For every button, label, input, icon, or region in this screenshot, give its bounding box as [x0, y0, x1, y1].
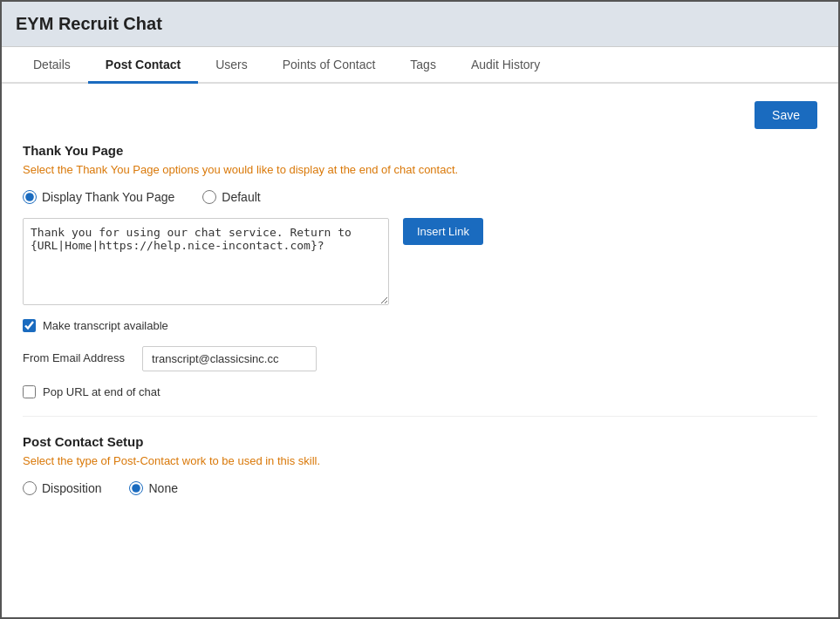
desc-link: Thank You Page — [76, 163, 159, 176]
save-row: Save — [23, 101, 817, 129]
desc-suffix: options you would like to display at the… — [160, 163, 459, 176]
thank-you-page-section: Thank You Page Select the Thank You Page… — [23, 143, 817, 398]
post-contact-title: Post Contact Setup — [23, 434, 817, 449]
make-transcript-row: Make transcript available — [23, 319, 817, 332]
radio-default-label[interactable]: Default — [202, 190, 260, 204]
thank-you-textarea[interactable] — [23, 218, 389, 305]
radio-display-text: Display Thank You Page — [42, 190, 174, 204]
tab-tags[interactable]: Tags — [393, 47, 454, 82]
radio-disposition-label[interactable]: Disposition — [23, 481, 101, 495]
tab-post-contact[interactable]: Post Contact — [88, 47, 198, 82]
from-email-label: From Email Address — [23, 350, 125, 366]
radio-default-text: Default — [222, 190, 260, 204]
app-window: EYM Recruit Chat Details Post Contact Us… — [0, 0, 840, 619]
radio-none-input[interactable] — [129, 481, 143, 495]
desc-prefix: Select the — [23, 163, 76, 176]
tab-details[interactable]: Details — [16, 47, 88, 82]
nav-tabs: Details Post Contact Users Points of Con… — [2, 47, 838, 84]
post-desc-suffix: work to be used in this skill. — [179, 454, 320, 467]
post-contact-setup-section: Post Contact Setup Select the type of Po… — [23, 434, 817, 495]
textarea-row: Insert Link — [23, 218, 817, 305]
make-transcript-checkbox[interactable] — [23, 319, 36, 332]
thank-you-page-title: Thank You Page — [23, 143, 817, 158]
tab-audit-history[interactable]: Audit History — [454, 47, 557, 82]
make-transcript-label: Make transcript available — [43, 319, 168, 332]
pop-url-row: Pop URL at end of chat — [23, 385, 817, 398]
thank-you-page-desc: Select the Thank You Page options you wo… — [23, 163, 817, 176]
from-email-row: From Email Address — [23, 346, 817, 371]
from-email-input[interactable] — [142, 346, 317, 371]
radio-none-label[interactable]: None — [129, 481, 177, 495]
radio-disposition-text: Disposition — [42, 481, 101, 495]
post-contact-radio-group: Disposition None — [23, 481, 817, 495]
thank-you-radio-group: Display Thank You Page Default — [23, 190, 817, 204]
content-area: Save Thank You Page Select the Thank You… — [2, 84, 838, 617]
radio-default-input[interactable] — [202, 190, 216, 204]
tab-users[interactable]: Users — [198, 47, 265, 82]
post-contact-desc: Select the type of Post-Contact work to … — [23, 454, 817, 467]
title-bar: EYM Recruit Chat — [2, 2, 838, 47]
radio-display-label[interactable]: Display Thank You Page — [23, 190, 174, 204]
pop-url-label: Pop URL at end of chat — [43, 385, 160, 398]
radio-none-text: None — [148, 481, 177, 495]
insert-link-button[interactable]: Insert Link — [403, 218, 483, 245]
radio-display-input[interactable] — [23, 190, 37, 204]
post-desc-link: Post-Contact — [113, 454, 179, 467]
section-divider — [23, 416, 817, 417]
pop-url-checkbox[interactable] — [23, 385, 36, 398]
tab-points-of-contact[interactable]: Points of Contact — [265, 47, 393, 82]
app-title: EYM Recruit Chat — [16, 14, 162, 33]
post-desc-prefix: Select the type of — [23, 454, 113, 467]
radio-disposition-input[interactable] — [23, 481, 37, 495]
save-button[interactable]: Save — [755, 101, 817, 129]
